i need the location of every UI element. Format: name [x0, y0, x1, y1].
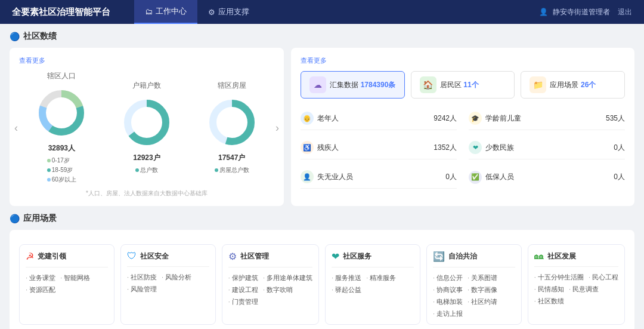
aggregate-data-icon: ☁ — [309, 76, 326, 93]
app-link-resource-match[interactable]: 资源匹配 — [26, 285, 55, 294]
app-link-precise-service[interactable]: 精准服务 — [366, 273, 396, 282]
app-link-opinion-survey[interactable]: 民意调查 — [569, 285, 599, 294]
elderly-label: 老年人 — [317, 113, 339, 124]
app-link-community-invite[interactable]: 社区约请 — [467, 297, 497, 306]
app-link-community-data[interactable]: 社区数绩 — [534, 297, 564, 306]
app-dev-header: 🏘 社区发展 — [534, 251, 618, 267]
app-autonomy-links: 信息公开 关系图谱 协商议事 数字画像 电梯加装 社区约请 走访上报 — [433, 273, 515, 318]
subsistence-label: 低保人员 — [485, 172, 514, 182]
app-link-15min[interactable]: 十五分钟生活圈 — [534, 273, 584, 282]
app-link-community-prevention[interactable]: 社区防疫 — [127, 273, 157, 282]
app-link-visit-report[interactable]: 走访上报 — [433, 309, 463, 318]
app-link-relation-map[interactable]: 关系图谱 — [467, 273, 497, 282]
population-value: 32893人 — [48, 143, 75, 153]
logout-button[interactable]: 退出 — [618, 7, 632, 17]
app-link-consultation[interactable]: 协商议事 — [433, 285, 463, 294]
main-content: 🔵 社区数绩 查看更多 ‹ 辖区人口 — [0, 24, 644, 329]
app-card-development: 🏘 社区发展 十五分钟生活圈 民心工程 民情感知 民意调查 社区数绩 — [528, 244, 625, 325]
app-scenes-icon: 📁 — [530, 76, 546, 93]
housing-donut — [205, 96, 259, 149]
charts-next-arrow[interactable]: › — [275, 122, 279, 134]
app-dev-name: 社区发展 — [547, 251, 576, 262]
app-link-info-public[interactable]: 信息公开 — [433, 273, 463, 282]
app-link-protect-buildings[interactable]: 保护建筑 — [228, 273, 258, 282]
app-link-elevator[interactable]: 电梯加装 — [433, 297, 463, 306]
app-card-safety: 🛡 社区安全 社区防疫 风险分析 风险管理 — [120, 244, 216, 325]
subsistence-icon: ✅ — [469, 171, 482, 184]
preschool-value: 535人 — [606, 113, 625, 124]
app-party-links: 业务课堂 智能网格 资源匹配 — [26, 273, 108, 294]
apps-section: ☭ 党建引领 业务课堂 智能网格 资源匹配 🛡 社区安全 — [10, 230, 634, 329]
tab-aggregate-data[interactable]: ☁ 汇集数据 1784390条 — [301, 71, 405, 99]
app-scenes-count: 26个 — [581, 81, 596, 89]
aggregate-data-count: 1784390条 — [361, 81, 396, 89]
app-card-party: ☭ 党建引领 业务课堂 智能网格 资源匹配 — [19, 244, 114, 325]
app-safety-name: 社区安全 — [140, 251, 169, 262]
stat-preschool: 🎓 学龄前儿童 535人 — [469, 107, 625, 130]
app-card-autonomy: 🔄 自治共治 信息公开 关系图谱 协商议事 数字画像 电梯加装 社区约请 — [426, 244, 522, 325]
aggregate-data-label: 汇集数据 — [330, 81, 358, 89]
community-data-icon: 🔵 — [10, 32, 20, 41]
nav-work-center[interactable]: 🗂 工作中心 — [134, 0, 197, 24]
unemployed-icon: 👤 — [301, 170, 314, 183]
minority-value: 0人 — [614, 143, 625, 153]
app-service-name: 社区服务 — [343, 251, 371, 262]
preschool-icon: 🎓 — [469, 112, 482, 125]
app-link-public-sentiment[interactable]: 民情感知 — [534, 285, 564, 294]
app-link-construction[interactable]: 建设工程 — [228, 285, 258, 294]
app-mgmt-header: ⚙ 社区管理 — [228, 251, 312, 267]
household-chart-title: 户籍户数 — [132, 81, 161, 91]
summary-tabs: ☁ 汇集数据 1784390条 🏠 居民区 11个 📁 — [301, 71, 625, 99]
population-donut — [35, 86, 88, 140]
tab-app-scenes[interactable]: 📁 应用场景 26个 — [521, 71, 625, 99]
tab-residential[interactable]: 🏠 居民区 11个 — [411, 71, 515, 99]
header: 全要素社区治理智能平台 🗂 工作中心 ⚙ 应用支撑 👤 静安寺街道管理者 退出 — [0, 0, 644, 24]
housing-value: 17547户 — [218, 153, 245, 163]
stat-elderly: 👴 老年人 9242人 — [301, 107, 457, 130]
residential-count: 11个 — [463, 81, 478, 89]
app-link-door-mgmt[interactable]: 门责管理 — [228, 297, 258, 306]
app-party-link-row-0: 业务课堂 智能网格 — [26, 273, 108, 282]
housing-chart: 辖区房屋 17547户 房屋总户数 — [189, 81, 274, 175]
app-support-icon: ⚙ — [208, 8, 215, 17]
username: 静安寺街道管理者 — [553, 7, 610, 17]
unemployed-value: 0人 — [445, 172, 457, 182]
main-nav: 🗂 工作中心 ⚙ 应用支撑 — [134, 0, 539, 24]
stats-grid: 👴 老年人 9242人 🎓 学龄前儿童 535人 ♿ 残疾人 — [301, 107, 625, 189]
app-link-service-push[interactable]: 服务推送 — [332, 273, 361, 282]
household-chart: 户籍户数 12923户 总户数 — [104, 81, 190, 175]
app-link-digital-portrait[interactable]: 数字画像 — [467, 285, 497, 294]
app-link-digital-whistle[interactable]: 数字吹哨 — [263, 285, 293, 294]
population-chart-title: 辖区人口 — [47, 71, 76, 81]
user-avatar-icon: 👤 — [539, 8, 548, 16]
app-service-links: 服务推送 精准服务 驿起公益 — [332, 273, 414, 294]
charts-panel: 查看更多 ‹ 辖区人口 32893人 — [10, 48, 284, 206]
app-link-multi-use[interactable]: 多用途单体建筑 — [263, 273, 312, 282]
nav-app-support[interactable]: ⚙ 应用支撑 — [197, 0, 260, 24]
elderly-icon: 👴 — [301, 112, 314, 125]
app-link-business-class[interactable]: 业务课堂 — [26, 273, 55, 282]
app-link-civic-project[interactable]: 民心工程 — [589, 273, 618, 282]
unemployed-label: 失无业人员 — [317, 172, 353, 182]
household-value: 12923户 — [133, 153, 160, 163]
disabled-value: 1352人 — [434, 143, 457, 153]
household-donut — [120, 96, 174, 149]
charts-prev-arrow[interactable]: ‹ — [14, 122, 18, 134]
stats-view-more[interactable]: 查看更多 — [301, 56, 625, 65]
housing-legend: 房屋总户数 — [215, 165, 249, 175]
charts-view-more[interactable]: 查看更多 — [19, 56, 274, 65]
household-legend: 总户数 — [135, 165, 158, 175]
app-link-risk-mgmt[interactable]: 风险管理 — [127, 285, 157, 294]
app-mgmt-icon: ⚙ — [228, 251, 237, 262]
minority-icon: ❤ — [469, 141, 482, 154]
stats-section: 查看更多 ‹ 辖区人口 32893人 — [10, 48, 634, 206]
app-link-risk-analysis[interactable]: 风险分析 — [162, 273, 191, 282]
population-legend: 0-17岁 18-59岁 60岁以上 — [47, 156, 76, 185]
app-service-icon: ❤ — [332, 251, 339, 262]
app-link-smart-grid[interactable]: 智能网格 — [60, 273, 90, 282]
app-scenes-label: 应用场景 — [550, 81, 578, 89]
apps-grid: ☭ 党建引领 业务课堂 智能网格 资源匹配 🛡 社区安全 — [19, 244, 625, 325]
app-party-name: 党建引领 — [38, 251, 66, 262]
app-link-charity[interactable]: 驿起公益 — [332, 285, 361, 294]
app-mgmt-name: 社区管理 — [240, 251, 269, 262]
